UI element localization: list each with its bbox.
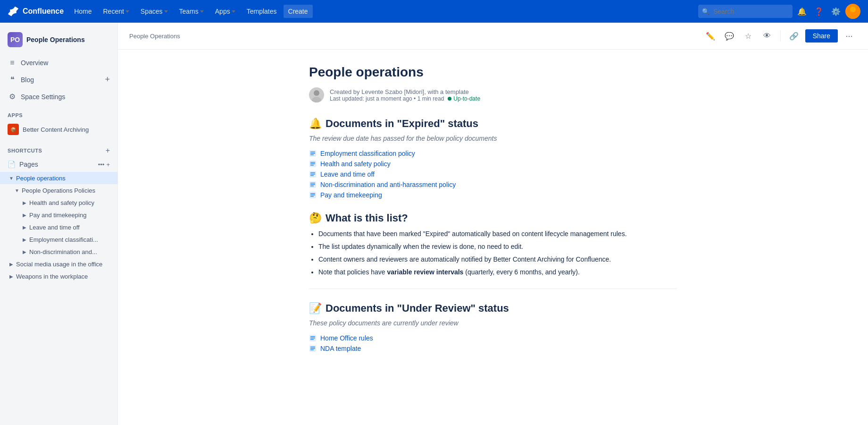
notifications-icon[interactable]: 🔔 [794,4,810,19]
tree-toggle-social[interactable]: ▶ [8,260,15,268]
blog-add-icon[interactable]: + [105,75,110,85]
more-options-icon[interactable]: ··· [842,28,857,43]
tree-label-nondiscrimination: Non-discrimination and... [29,248,97,255]
doc-icon-home-office [309,334,317,342]
doc-link-home-office[interactable]: Home Office rules [309,334,677,342]
nav-create[interactable]: Create [284,5,313,18]
tree-toggle-policies[interactable]: ▼ [13,187,21,194]
tree-item-health-safety[interactable]: ▶ Health and safety policy [0,196,117,209]
bullet-2: The list updates dynamically when the re… [318,242,677,252]
bullet-3: Content owners and reviewers are automat… [318,255,677,264]
tree-toggle-people-ops[interactable]: ▼ [8,174,15,182]
space-header[interactable]: PO People Operations [0,28,117,51]
nav-spaces[interactable]: Spaces [136,5,173,18]
tree-toggle-weapons[interactable]: ▶ [8,272,15,280]
tree-item-pay-timekeeping[interactable]: ▶ Pay and timekeeping [0,209,117,221]
tree-toggle-health[interactable]: ▶ [21,199,28,206]
confluence-logo[interactable]: Confluence [8,6,64,17]
tree-item-nondiscrimination[interactable]: ▶ Non-discrimination and... [0,246,117,258]
breadcrumb: People Operations [129,33,180,40]
breadcrumb-text: People Operations [129,33,180,40]
tree-label-leave: Leave and time off [29,224,80,231]
pages-icon: 📄 [8,161,16,168]
shortcuts-add-icon[interactable]: + [106,146,110,155]
nav-recent[interactable]: Recent [98,5,134,18]
edit-icon[interactable]: ✏️ [703,28,718,43]
tree-label-pay: Pay and timekeeping [29,212,86,219]
svg-rect-28 [310,338,315,339]
nav-apps[interactable]: Apps [210,5,240,18]
doc-link-health[interactable]: Health and safety policy [309,160,677,168]
tree-label-employment: Employment classificati... [29,236,98,243]
star-icon[interactable]: ☆ [741,28,756,43]
svg-rect-20 [310,184,315,185]
link-icon[interactable]: 🔗 [786,28,801,43]
tree-toggle-leave[interactable]: ▶ [21,223,28,231]
svg-point-4 [314,90,319,96]
doc-icon-pay [309,191,317,199]
search-input[interactable] [698,5,793,18]
svg-rect-21 [310,186,314,187]
page-title: People operations [309,65,677,80]
tree-item-people-operations[interactable]: ▼ People operations [0,172,117,184]
nav-teams[interactable]: Teams [175,5,209,18]
top-navigation: Confluence Home Recent Spaces Teams Apps… [0,0,868,23]
tree-item-weapons[interactable]: ▶ Weapons in the workplace [0,270,117,282]
tree-item-employment[interactable]: ▶ Employment classificati... [0,233,117,246]
settings-icon[interactable]: ⚙️ [828,4,843,19]
svg-rect-8 [310,153,315,154]
meta-text: Created by Levente Szabo [Midori], with … [330,88,480,102]
doc-link-employment[interactable]: Employment classification policy [309,150,677,157]
tree-item-social-media[interactable]: ▶ Social media usage in the office [0,258,117,270]
svg-rect-11 [310,162,315,163]
svg-rect-25 [310,196,314,197]
app-archiving-icon: 📦 [8,124,19,135]
tree-item-policies[interactable]: ▼ People Operations Policies [0,184,117,196]
svg-rect-19 [310,183,315,184]
doc-icon-employment [309,150,317,157]
tree-item-leave[interactable]: ▶ Leave and time off [0,221,117,233]
doc-link-pay[interactable]: Pay and timekeeping [309,191,677,199]
sidebar-overview[interactable]: ≡ Overview [0,55,117,71]
svg-rect-32 [310,348,315,349]
sidebar-blog[interactable]: ❝ Blog + [0,71,117,88]
doc-link-leave[interactable]: Leave and time off [309,170,677,178]
under-review-emoji: 📝 [309,302,322,314]
help-icon[interactable]: ❓ [811,4,826,19]
tree-toggle-nondiscrimination[interactable]: ▶ [21,248,28,255]
nav-templates[interactable]: Templates [242,5,282,18]
user-avatar[interactable] [845,4,860,19]
pages-add-icon[interactable]: + [106,161,110,168]
watch-icon[interactable]: 👁 [760,28,775,43]
overview-icon: ≡ [8,59,17,67]
tree-label-health: Health and safety policy [29,199,94,206]
tree-toggle-pay[interactable]: ▶ [21,211,28,219]
svg-point-1 [850,7,856,12]
blog-icon: ❝ [8,75,17,84]
bold-text: variable review intervals [387,268,464,276]
pages-label: 📄 Pages [8,161,38,168]
expired-emoji: 🔔 [309,118,322,130]
shortcuts-section: SHORTCUTS + [0,139,117,157]
doc-link-nda[interactable]: NDA template [309,345,677,352]
sidebar-app-archiving[interactable]: 📦 Better Content Archiving [0,120,117,139]
search-wrapper: 🔍 [698,5,793,18]
up-to-date-badge: Up-to-date [448,95,480,102]
sidebar-space-settings[interactable]: ⚙ Space Settings [0,88,117,105]
meta-updated-text: Last updated: just a moment ago • 1 min … [330,95,444,102]
confluence-logo-icon [8,6,19,17]
nav-home[interactable]: Home [69,5,96,18]
tree-toggle-employment[interactable]: ▶ [21,236,28,243]
comment-icon[interactable]: 💬 [722,28,737,43]
search-icon: 🔍 [702,8,709,15]
space-title: People Operations [26,36,85,43]
svg-rect-29 [310,339,314,340]
share-button[interactable]: Share [805,29,838,42]
pages-more-icon[interactable]: ••• [98,161,105,168]
space-icon: PO [8,32,23,47]
svg-rect-31 [310,347,315,348]
svg-rect-17 [310,175,314,176]
divider [780,30,781,42]
svg-rect-12 [310,163,315,164]
doc-link-nondiscrimination[interactable]: Non-discrimination and anti-harassment p… [309,181,677,188]
